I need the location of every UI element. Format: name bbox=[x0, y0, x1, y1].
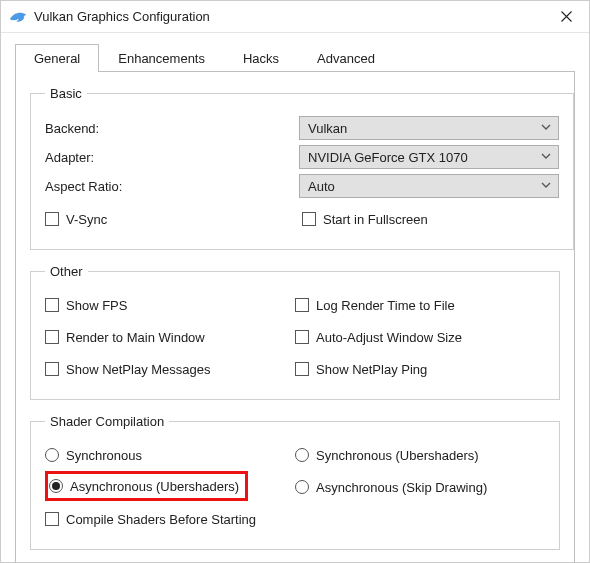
aspect-label: Aspect Ratio: bbox=[45, 179, 299, 194]
checkbox-icon bbox=[302, 212, 316, 226]
radio-icon bbox=[45, 448, 59, 462]
titlebar: Vulkan Graphics Configuration bbox=[1, 1, 589, 33]
close-icon bbox=[561, 11, 572, 22]
tab-label: General bbox=[34, 51, 80, 66]
other-row-2: Render to Main Window Auto-Adjust Window… bbox=[45, 321, 545, 353]
radio-icon bbox=[49, 479, 63, 493]
radio-icon bbox=[295, 480, 309, 494]
checkbox-label: Compile Shaders Before Starting bbox=[66, 512, 256, 527]
chevron-down-icon bbox=[540, 121, 552, 136]
other-row-3: Show NetPlay Messages Show NetPlay Ping bbox=[45, 353, 545, 385]
tab-advanced[interactable]: Advanced bbox=[298, 44, 394, 72]
async-skip-radio[interactable]: Asynchronous (Skip Drawing) bbox=[295, 476, 545, 498]
compile-before-checkbox[interactable]: Compile Shaders Before Starting bbox=[45, 508, 545, 530]
backend-label: Backend: bbox=[45, 121, 299, 136]
group-basic: Basic Backend: Vulkan Adapter: NVIDIA Ge… bbox=[30, 86, 574, 250]
group-other: Other Show FPS Log Render Time to File bbox=[30, 264, 560, 400]
radio-label: Synchronous (Ubershaders) bbox=[316, 448, 479, 463]
auto-adjust-checkbox[interactable]: Auto-Adjust Window Size bbox=[295, 326, 545, 348]
checkbox-label: Auto-Adjust Window Size bbox=[316, 330, 462, 345]
chevron-down-icon bbox=[540, 150, 552, 165]
row-vsync-fullscreen: V-Sync Start in Fullscreen bbox=[45, 203, 559, 235]
dolphin-icon bbox=[9, 8, 27, 26]
radio-label: Synchronous bbox=[66, 448, 142, 463]
checkbox-label: Start in Fullscreen bbox=[323, 212, 428, 227]
tab-general[interactable]: General bbox=[15, 44, 99, 72]
checkbox-label: Log Render Time to File bbox=[316, 298, 455, 313]
checkbox-label: Show FPS bbox=[66, 298, 127, 313]
group-legend: Basic bbox=[45, 86, 87, 101]
select-value: NVIDIA GeForce GTX 1070 bbox=[308, 150, 468, 165]
dialog-window: Vulkan Graphics Configuration General En… bbox=[0, 0, 590, 563]
tab-label: Enhancements bbox=[118, 51, 205, 66]
tabs: General Enhancements Hacks Advanced bbox=[15, 43, 575, 71]
shader-row-1: Synchronous Synchronous (Ubershaders) bbox=[45, 439, 545, 471]
group-shader: Shader Compilation Synchronous Synchrono… bbox=[30, 414, 560, 550]
checkbox-label: V-Sync bbox=[66, 212, 107, 227]
row-adapter: Adapter: NVIDIA GeForce GTX 1070 bbox=[45, 145, 559, 169]
checkbox-icon bbox=[45, 512, 59, 526]
sync-uber-radio[interactable]: Synchronous (Ubershaders) bbox=[295, 444, 545, 466]
group-legend: Other bbox=[45, 264, 88, 279]
netplay-ping-checkbox[interactable]: Show NetPlay Ping bbox=[295, 358, 545, 380]
checkbox-icon bbox=[45, 362, 59, 376]
log-render-checkbox[interactable]: Log Render Time to File bbox=[295, 294, 545, 316]
checkbox-icon bbox=[45, 298, 59, 312]
radio-label: Asynchronous (Skip Drawing) bbox=[316, 480, 487, 495]
tab-enhancements[interactable]: Enhancements bbox=[99, 44, 224, 72]
highlight-box: Asynchronous (Ubershaders) bbox=[45, 471, 248, 501]
checkbox-icon bbox=[45, 330, 59, 344]
row-backend: Backend: Vulkan bbox=[45, 116, 559, 140]
shader-row-2: Asynchronous (Ubershaders) Asynchronous … bbox=[45, 471, 545, 503]
adapter-label: Adapter: bbox=[45, 150, 299, 165]
aspect-select[interactable]: Auto bbox=[299, 174, 559, 198]
render-main-checkbox[interactable]: Render to Main Window bbox=[45, 326, 295, 348]
row-aspect: Aspect Ratio: Auto bbox=[45, 174, 559, 198]
radio-icon bbox=[295, 448, 309, 462]
radio-label: Asynchronous (Ubershaders) bbox=[70, 479, 239, 494]
window-title: Vulkan Graphics Configuration bbox=[34, 9, 543, 24]
fullscreen-checkbox[interactable]: Start in Fullscreen bbox=[302, 208, 559, 230]
checkbox-label: Show NetPlay Ping bbox=[316, 362, 427, 377]
checkbox-icon bbox=[295, 298, 309, 312]
async-uber-radio[interactable]: Asynchronous (Ubershaders) bbox=[49, 475, 239, 497]
show-fps-checkbox[interactable]: Show FPS bbox=[45, 294, 295, 316]
adapter-select[interactable]: NVIDIA GeForce GTX 1070 bbox=[299, 145, 559, 169]
backend-select[interactable]: Vulkan bbox=[299, 116, 559, 140]
other-row-1: Show FPS Log Render Time to File bbox=[45, 289, 545, 321]
checkbox-icon bbox=[295, 362, 309, 376]
tab-label: Hacks bbox=[243, 51, 279, 66]
tab-panel: Basic Backend: Vulkan Adapter: NVIDIA Ge… bbox=[15, 71, 575, 563]
checkbox-icon bbox=[45, 212, 59, 226]
netplay-msgs-checkbox[interactable]: Show NetPlay Messages bbox=[45, 358, 295, 380]
group-legend: Shader Compilation bbox=[45, 414, 169, 429]
tab-hacks[interactable]: Hacks bbox=[224, 44, 298, 72]
checkbox-label: Render to Main Window bbox=[66, 330, 205, 345]
close-button[interactable] bbox=[543, 1, 589, 33]
shader-row-3: Compile Shaders Before Starting bbox=[45, 508, 545, 530]
chevron-down-icon bbox=[540, 179, 552, 194]
sync-radio[interactable]: Synchronous bbox=[45, 444, 295, 466]
select-value: Auto bbox=[308, 179, 335, 194]
checkbox-label: Show NetPlay Messages bbox=[66, 362, 211, 377]
select-value: Vulkan bbox=[308, 121, 347, 136]
tab-label: Advanced bbox=[317, 51, 375, 66]
vsync-checkbox[interactable]: V-Sync bbox=[45, 208, 302, 230]
checkbox-icon bbox=[295, 330, 309, 344]
client-area: General Enhancements Hacks Advanced Basi… bbox=[1, 33, 589, 563]
